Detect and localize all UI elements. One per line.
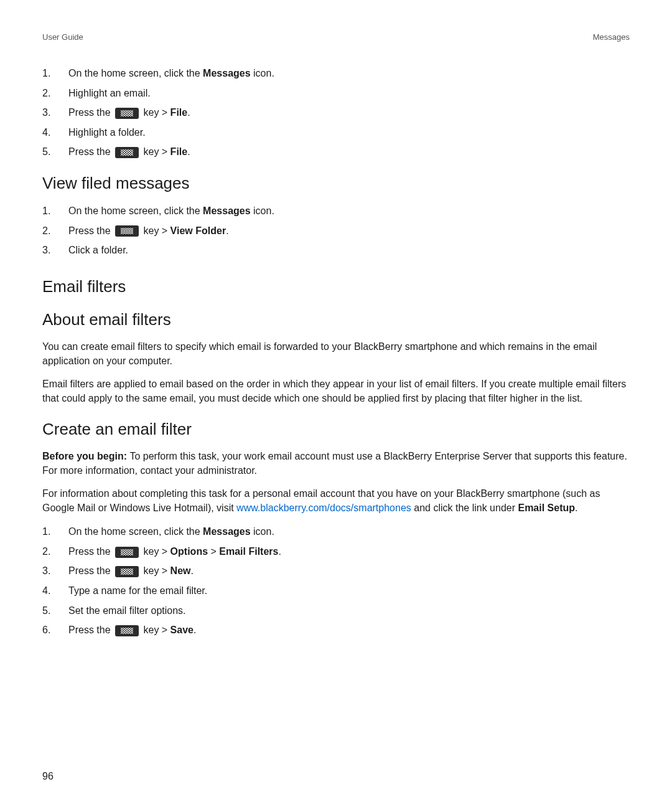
email-filters-heading: Email filters bbox=[42, 277, 630, 296]
file-messages-steps: On the home screen, click the Messages i… bbox=[42, 65, 630, 160]
list-item: Click a folder. bbox=[42, 242, 630, 258]
list-item: Press the key > Save. bbox=[42, 622, 630, 638]
view-filed-steps: On the home screen, click the Messages i… bbox=[42, 203, 630, 258]
list-item: On the home screen, click the Messages i… bbox=[42, 65, 630, 82]
list-item: Set the email filter options. bbox=[42, 603, 630, 619]
about-paragraph-1: You can create email filters to specify … bbox=[42, 339, 630, 368]
view-filed-messages-heading: View filed messages bbox=[42, 174, 630, 193]
header-left: User Guide bbox=[42, 32, 83, 42]
menu-key-icon bbox=[115, 566, 139, 577]
list-item: Type a name for the email filter. bbox=[42, 583, 630, 599]
create-email-filter-heading: Create an email filter bbox=[42, 420, 630, 439]
menu-key-icon bbox=[115, 547, 139, 558]
list-item: Press the key > Options > Email Filters. bbox=[42, 544, 630, 560]
before-you-begin: Before you begin: To perform this task, … bbox=[42, 449, 630, 478]
list-item: Highlight a folder. bbox=[42, 125, 630, 141]
menu-key-icon bbox=[115, 147, 139, 158]
list-item: On the home screen, click the Messages i… bbox=[42, 524, 630, 540]
menu-key-icon bbox=[115, 108, 139, 119]
about-email-filters-heading: About email filters bbox=[42, 310, 630, 329]
list-item: Highlight an email. bbox=[42, 85, 630, 101]
list-item: Press the key > View Folder. bbox=[42, 223, 630, 239]
header-right: Messages bbox=[593, 32, 630, 42]
list-item: Press the key > File. bbox=[42, 144, 630, 160]
about-paragraph-2: Email filters are applied to email based… bbox=[42, 377, 630, 405]
menu-key-icon bbox=[115, 225, 139, 237]
menu-key-icon bbox=[115, 625, 139, 636]
create-filter-steps: On the home screen, click the Messages i… bbox=[42, 524, 630, 638]
list-item: Press the key > File. bbox=[42, 105, 630, 121]
list-item: On the home screen, click the Messages i… bbox=[42, 203, 630, 219]
docs-link[interactable]: www.blackberry.com/docs/smartphones bbox=[236, 503, 411, 513]
page-header: User Guide Messages bbox=[42, 32, 630, 42]
page-number: 96 bbox=[42, 771, 54, 782]
create-info-paragraph: For information about completing this ta… bbox=[42, 486, 630, 515]
list-item: Press the key > New. bbox=[42, 563, 630, 579]
